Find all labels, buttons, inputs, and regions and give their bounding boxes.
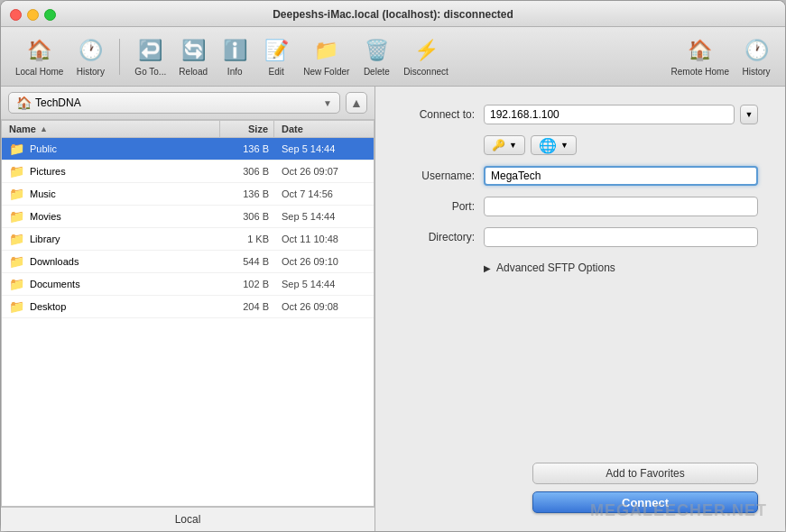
history-button[interactable]: 🕐 History [70,32,110,80]
file-name: 📁 Music [2,185,220,203]
remote-home-button[interactable]: 🏠 Remote Home [666,32,735,80]
table-row[interactable]: 📁 Pictures 306 B Oct 26 09:07 [2,161,374,183]
username-input[interactable] [484,166,758,186]
auth-dropdown-arrow-icon: ▼ [509,141,517,150]
minimize-button[interactable] [27,9,39,21]
maximize-button[interactable] [44,9,56,21]
file-name: 📁 Pictures [2,162,220,180]
local-home-label: Local Home [15,67,63,77]
globe-button[interactable]: 🌐 ▼ [531,135,577,155]
auth-type-button[interactable]: 🔑 ▼ [484,135,525,155]
file-size: 306 B [220,164,274,179]
new-folder-button[interactable]: 📁 New Folder [298,32,355,80]
go-to-label: Go To... [134,67,166,77]
history-icon: 🕐 [76,36,105,65]
directory-label: Directory: [402,231,475,243]
up-directory-button[interactable]: ▲ [346,92,367,114]
reload-button[interactable]: 🔄 Reload [173,32,213,80]
advanced-sftp-label[interactable]: Advanced SFTP Options [496,261,615,274]
auth-row: 🔑 ▼ 🌐 ▼ [484,135,758,155]
table-row[interactable]: 📁 Music 136 B Oct 7 14:56 [2,183,374,206]
info-button[interactable]: ℹ️ Info [215,32,254,80]
file-name-text: Desktop [30,301,66,312]
toolbar-local-group: 🏠 Local Home 🕐 History [10,32,110,80]
file-size: 306 B [220,209,274,224]
main-content: 🏠 TechDNA ▼ ▲ Name ▲ Size Date [1,87,785,531]
delete-label: Delete [364,67,390,77]
path-dropdown[interactable]: 🏠 TechDNA ▼ [8,92,340,114]
connect-to-input[interactable] [484,105,735,124]
dropdown-arrow-icon: ▼ [323,98,332,108]
file-date: Oct 26 09:07 [274,164,374,179]
directory-input[interactable] [484,227,758,247]
folder-icon: 📁 [9,232,24,246]
add-to-favorites-button[interactable]: Add to Favorites [532,463,758,484]
toolbar-remote-group: 🏠 Remote Home 🕐 History [666,32,776,80]
connect-to-label: Connect to: [402,108,475,121]
edit-button[interactable]: 📝 Edit [256,32,296,80]
file-name-text: Library [30,234,60,244]
file-size: 544 B [220,254,274,269]
file-date: Oct 26 09:08 [274,299,374,314]
reload-label: Reload [179,67,208,77]
port-row: Port: [402,197,758,216]
table-row[interactable]: 📁 Desktop 204 B Oct 26 09:08 [2,296,374,318]
directory-row: Directory: [402,227,758,247]
disconnect-label: Disconnect [403,67,448,77]
folder-icon: 📁 [9,142,24,156]
local-home-icon: 🏠 [25,36,54,65]
toolbar-separator-1 [119,39,120,75]
remote-history-icon: 🕐 [742,36,771,65]
toolbar: 🏠 Local Home 🕐 History ↩️ Go To... 🔄 Rel… [1,27,785,87]
info-label: Info [227,67,243,77]
file-name-text: Documents [30,279,80,289]
table-row[interactable]: 📁 Downloads 544 B Oct 26 09:10 [2,251,374,273]
folder-icon: 📁 [9,187,24,201]
remote-history-button[interactable]: 🕐 History [736,32,776,80]
username-row: Username: [402,166,758,186]
close-button[interactable] [10,9,22,21]
file-name: 📁 Public [2,140,220,158]
go-to-icon: ↩️ [136,36,165,65]
remote-history-label: History [742,67,770,77]
table-row[interactable]: 📁 Library 1 KB Oct 11 10:48 [2,228,374,251]
path-bar: 🏠 TechDNA ▼ ▲ [1,87,375,120]
file-name-text: Downloads [30,256,79,267]
file-name: 📁 Downloads [2,252,220,271]
remote-home-label: Remote Home [671,67,729,77]
file-list-header: Name ▲ Size Date [2,121,374,138]
table-row[interactable]: 📁 Documents 102 B Sep 5 14:44 [2,273,374,296]
file-date: Sep 5 14:44 [274,209,374,224]
file-rows-container: 📁 Public 136 B Sep 5 14:44 📁 Pictures 30… [2,138,374,318]
go-to-button[interactable]: ↩️ Go To... [129,32,171,80]
file-name: 📁 Desktop [2,298,220,316]
left-panel: 🏠 TechDNA ▼ ▲ Name ▲ Size Date [1,87,375,531]
folder-icon: 📁 [9,299,24,314]
file-name: 📁 Movies [2,207,220,225]
table-row[interactable]: 📁 Public 136 B Sep 5 14:44 [2,138,374,161]
info-icon: ℹ️ [220,36,249,65]
file-name-text: Pictures [30,166,66,177]
file-date: Oct 26 09:10 [274,254,374,269]
title-bar: Deepeshs-iMac.local (localhost): disconn… [1,1,785,27]
disconnect-button[interactable]: ⚡ Disconnect [398,32,453,80]
file-size: 136 B [220,142,274,156]
file-date: Oct 11 10:48 [274,232,374,246]
edit-icon: 📝 [262,36,291,65]
local-home-button[interactable]: 🏠 Local Home [10,32,69,80]
file-name-text: Public [30,143,57,154]
new-folder-icon: 📁 [312,36,341,65]
edit-label: Edit [269,67,284,77]
file-name: 📁 Library [2,230,220,248]
connect-to-dropdown-button[interactable]: ▼ [740,105,758,124]
reload-icon: 🔄 [179,36,208,65]
file-list: Name ▲ Size Date 📁 Public 136 B Sep 5 14… [1,120,375,507]
table-row[interactable]: 📁 Movies 306 B Sep 5 14:44 [2,206,374,228]
new-folder-label: New Folder [303,67,349,77]
delete-button[interactable]: 🗑️ Delete [356,32,396,80]
dropdown-chevron-icon: ▼ [745,110,754,119]
file-name: 📁 Documents [2,275,220,293]
history-label: History [77,67,105,77]
port-input[interactable] [484,197,758,216]
right-panel-container: Connect to: ▼ 🔑 ▼ 🌐 [375,87,785,531]
